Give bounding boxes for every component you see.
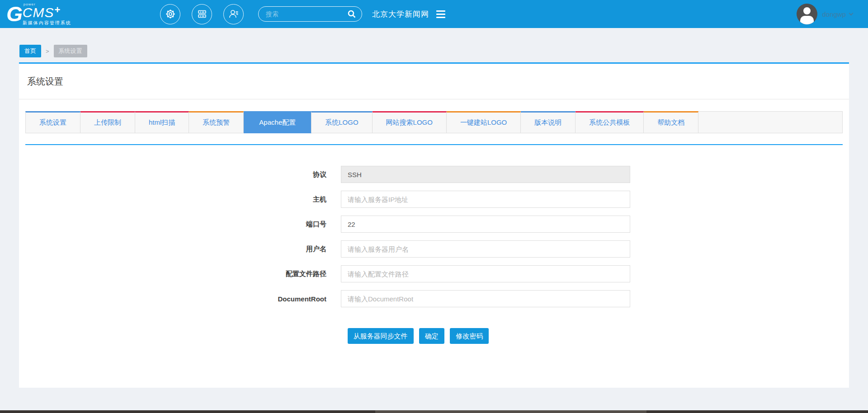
breadcrumb-separator: > [46,48,49,55]
modules-server-icon[interactable] [192,4,212,24]
change-password-button[interactable]: 修改密码 [450,328,489,344]
settings-gear-icon[interactable] [160,4,180,24]
sync-from-server-button[interactable]: 从服务器同步文件 [348,328,414,344]
logo-brand-text: CMS [23,6,54,19]
current-site-name[interactable]: 北京大学新闻网 [372,9,429,19]
logo-power-text: power [24,2,71,6]
form-buttons: 从服务器同步文件 确定 修改密码 [192,328,645,344]
search-icon[interactable] [347,9,357,21]
username-text[interactable]: dongwp [822,10,846,18]
page-title: 系统设置 [27,75,841,88]
tab-apache-config[interactable]: Apache配置 [244,111,311,133]
config-path-field[interactable] [341,265,630,282]
tab-system-alert[interactable]: 系统预警 [189,111,244,133]
tab-version-notes[interactable]: 版本说明 [521,111,576,133]
header-search [258,6,362,22]
app-logo[interactable]: G power CMS + 新媒体内容管理系统 [6,2,92,26]
tabs-accent-underline [25,144,843,145]
logo-g-mark: G [6,4,22,24]
tab-system-logo[interactable]: 系统LOGO [311,111,372,133]
tab-upload-limit[interactable]: 上传限制 [80,111,135,133]
document-root-label: DocumentRoot [192,295,341,303]
confirm-button[interactable]: 确定 [419,328,444,344]
logo-plus-mark: + [54,6,60,14]
tab-one-click-logo[interactable]: 一键建站LOGO [447,111,521,133]
header-icon-group [160,4,244,24]
settings-tabs: 系统设置 上传限制 html扫描 系统预警 Apache配置 系统LOGO 网站… [25,111,843,133]
form-row-config-path: 配置文件路径 [192,265,645,282]
breadcrumb-home[interactable]: 首页 [19,45,41,57]
logo-subtitle: 新媒体内容管理系统 [23,20,71,26]
settings-card: 系统设置 系统设置 上传限制 html扫描 系统预警 Apache配置 系统LO… [19,62,849,388]
breadcrumb-current[interactable]: 系统设置 [54,45,87,57]
tab-public-templates[interactable]: 系统公共模板 [576,111,644,133]
protocol-label: 协议 [192,170,341,179]
tabs-filler [698,111,843,133]
document-root-field[interactable] [341,290,630,307]
protocol-field[interactable] [341,166,630,183]
top-header: G power CMS + 新媒体内容管理系统 [0,0,868,28]
form-row-host: 主机 [192,191,645,208]
tab-help-docs[interactable]: 帮助文档 [644,111,698,133]
breadcrumb: 首页 > 系统设置 [0,28,868,62]
form-row-port: 端口号 [192,216,645,233]
port-field[interactable] [341,216,630,233]
form-row-username: 用户名 [192,240,645,258]
port-label: 端口号 [192,220,341,229]
tab-system-settings[interactable]: 系统设置 [25,111,80,133]
scrollbar-thumb[interactable] [375,410,646,413]
user-management-icon[interactable] [223,4,244,24]
user-avatar[interactable] [797,4,817,24]
form-row-document-root: DocumentRoot [192,290,645,307]
username-label: 用户名 [192,245,341,253]
tab-html-scan[interactable]: html扫描 [135,111,189,133]
host-label: 主机 [192,195,341,204]
site-menu-icon[interactable] [436,10,445,18]
tab-site-search-logo[interactable]: 网站搜索LOGO [373,111,447,133]
host-field[interactable] [341,191,630,208]
config-path-label: 配置文件路径 [192,270,341,278]
form-row-protocol: 协议 [192,166,645,183]
horizontal-scrollbar[interactable] [0,410,868,413]
chevron-down-icon[interactable] [849,11,854,16]
apache-config-form: 协议 主机 端口号 用户名 配置文件路径 DocumentRoot 从服务器同步… [192,166,645,344]
username-field[interactable] [341,240,630,258]
